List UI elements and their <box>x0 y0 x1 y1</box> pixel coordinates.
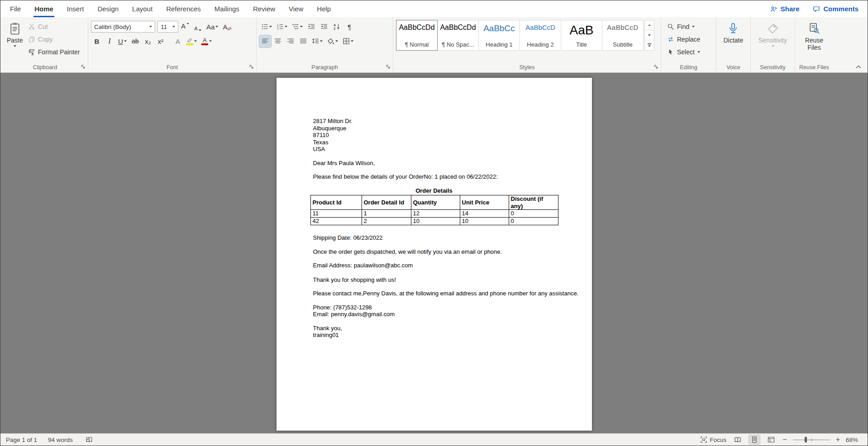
chevron-down-icon[interactable] <box>692 26 695 28</box>
chevron-down-icon[interactable] <box>269 26 272 28</box>
document-canvas[interactable]: 2817 Milton Dr. Albuquerque 87110 Texas … <box>0 73 868 433</box>
menu-tab-home[interactable]: Home <box>28 0 60 17</box>
chevron-down-icon[interactable] <box>194 40 197 42</box>
find-button[interactable]: Find <box>664 20 703 33</box>
italic-button[interactable]: I <box>104 35 115 47</box>
word-count[interactable]: 94 words <box>48 437 73 443</box>
menu-tab-design[interactable]: Design <box>91 0 125 17</box>
chevron-down-icon[interactable] <box>285 26 287 28</box>
increase-indent-icon <box>320 23 328 30</box>
menu-tab-file[interactable]: File <box>3 0 28 17</box>
sort-button[interactable]: AZ <box>331 21 343 33</box>
zoom-level[interactable]: 68% <box>846 437 862 443</box>
superscript-button[interactable]: x² <box>155 35 167 47</box>
style-normal[interactable]: AaBbCcDd ¶ Normal <box>396 20 438 51</box>
show-formatting-marks-button[interactable]: ¶ <box>343 21 355 33</box>
focus-button[interactable]: Focus <box>700 436 727 443</box>
print-layout-button[interactable] <box>749 435 760 444</box>
chevron-down-icon[interactable] <box>320 40 323 42</box>
clipboard-dialog-launcher[interactable] <box>80 63 86 70</box>
menu-tab-layout[interactable]: Layout <box>125 0 159 17</box>
font-size-value: 11 <box>161 24 167 30</box>
sensitivity-button[interactable]: Sensitivity <box>757 19 789 62</box>
justify-button[interactable] <box>297 35 309 47</box>
align-right-button[interactable] <box>285 35 296 47</box>
font-size-select[interactable]: 11 <box>157 21 178 33</box>
grow-font-button[interactable]: A <box>179 21 191 33</box>
table-header-cell: Quantity <box>411 195 460 210</box>
select-button[interactable]: Select <box>664 46 703 58</box>
bold-button[interactable]: B <box>91 35 103 47</box>
font-family-select[interactable]: Calibri (Body) <box>91 21 155 33</box>
paragraph-mark-icon: ¶ <box>348 23 351 31</box>
chevron-down-icon[interactable] <box>697 51 700 53</box>
chevron-down-icon[interactable] <box>124 40 127 42</box>
zoom-out-button[interactable]: − <box>782 436 787 443</box>
zoom-slider[interactable] <box>793 436 830 443</box>
replace-button[interactable]: Replace <box>664 33 703 45</box>
comments-label: Comments <box>823 5 858 13</box>
styles-gallery-up-button[interactable] <box>645 20 654 30</box>
borders-button[interactable] <box>341 35 355 47</box>
shading-button[interactable] <box>325 35 340 47</box>
zoom-slider-thumb[interactable] <box>805 437 807 442</box>
menu-tab-review[interactable]: Review <box>246 0 282 17</box>
shrink-font-button[interactable]: A <box>192 21 204 33</box>
text-highlight-button[interactable] <box>185 35 199 47</box>
text-effects-button[interactable]: A <box>172 35 184 47</box>
read-mode-button[interactable] <box>732 435 743 444</box>
paragraph-dialog-launcher[interactable] <box>385 63 391 70</box>
styles-gallery-down-button[interactable] <box>645 30 654 40</box>
chevron-down-icon[interactable] <box>351 40 353 42</box>
subscript-button[interactable]: x₂ <box>142 35 154 47</box>
comments-button[interactable]: Comments <box>813 5 858 13</box>
collapse-ribbon-button[interactable] <box>854 63 863 71</box>
numbering-button[interactable]: 123 <box>275 21 289 33</box>
change-case-button[interactable]: Aa <box>205 21 220 33</box>
proofing-status-button[interactable] <box>84 435 95 444</box>
bullets-button[interactable] <box>259 21 274 33</box>
dialog-launcher-icon <box>249 64 254 69</box>
align-left-button[interactable] <box>259 35 271 47</box>
chevron-down-icon[interactable] <box>14 45 16 47</box>
address-line: Texas <box>313 139 574 146</box>
line-spacing-button[interactable] <box>310 35 324 47</box>
dictate-button[interactable]: Dictate <box>722 19 745 62</box>
zoom-in-button[interactable]: + <box>836 436 840 443</box>
triangle-down-icon <box>648 34 651 36</box>
align-center-button[interactable] <box>272 35 284 47</box>
chevron-down-icon[interactable] <box>300 26 303 28</box>
paste-button[interactable]: Paste <box>5 19 25 62</box>
web-layout-button[interactable] <box>766 435 777 444</box>
reuse-files-button[interactable]: Reuse Files <box>799 19 829 62</box>
cut-button[interactable]: Cut <box>25 20 83 33</box>
menu-tab-insert[interactable]: Insert <box>60 0 91 17</box>
font-dialog-launcher[interactable] <box>248 63 255 70</box>
share-button[interactable]: Share <box>770 5 800 13</box>
underline-button[interactable]: U <box>116 35 129 47</box>
clear-formatting-button[interactable]: A <box>221 21 233 33</box>
decrease-indent-button[interactable] <box>305 21 317 33</box>
styles-dialog-launcher[interactable] <box>653 63 659 70</box>
page-indicator[interactable]: Page 1 of 1 <box>6 437 37 443</box>
multilevel-list-button[interactable] <box>290 21 305 33</box>
menu-tab-view[interactable]: View <box>282 0 310 17</box>
menu-tab-references[interactable]: References <box>159 0 208 17</box>
copy-button[interactable]: Copy <box>25 33 83 45</box>
style-no-spacing[interactable]: AaBbCcDd ¶ No Spac... <box>437 20 479 51</box>
chevron-down-icon[interactable] <box>335 40 338 42</box>
menu-tab-mailings[interactable]: Mailings <box>208 0 246 17</box>
style-title[interactable]: AaB Title <box>561 20 602 51</box>
format-painter-button[interactable]: Format Painter <box>25 46 83 58</box>
font-color-button[interactable]: A <box>200 35 214 47</box>
style-subtitle[interactable]: AaBbCcD Subtitle <box>602 20 644 51</box>
increase-indent-button[interactable] <box>318 21 330 33</box>
paste-label: Paste <box>7 37 23 44</box>
style-heading-2[interactable]: AaBbCcD Heading 2 <box>520 20 561 51</box>
chevron-down-icon[interactable] <box>209 40 212 42</box>
strikethrough-button[interactable]: ab <box>129 35 141 47</box>
style-heading-1[interactable]: AaBbCc Heading 1 <box>478 20 520 51</box>
styles-gallery-more-button[interactable] <box>645 40 654 50</box>
menu-tab-help[interactable]: Help <box>310 0 338 17</box>
document-page[interactable]: 2817 Milton Dr. Albuquerque 87110 Texas … <box>277 78 592 431</box>
